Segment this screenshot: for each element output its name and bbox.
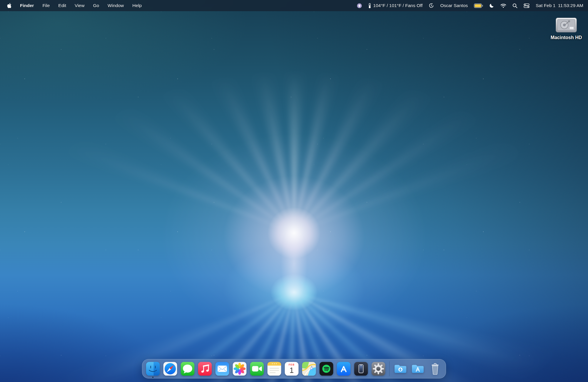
safari-icon (163, 361, 178, 376)
menu-item-go[interactable]: Go (93, 3, 99, 8)
trash-icon (428, 361, 442, 376)
menu-item-finder[interactable]: Finder (20, 3, 34, 8)
menubar-clock[interactable]: Sat Feb 1 11:53:29 AM (536, 3, 583, 8)
running-indicator-dot (152, 377, 153, 378)
menu-bar: Finder File Edit View Go Window Help (0, 0, 588, 11)
downloads-folder-icon (393, 361, 408, 376)
fan-status-text: 104°F / 101°F / Fans Off (373, 3, 422, 8)
notes-icon (267, 361, 282, 376)
moon-glyph (489, 3, 494, 8)
dock-trash[interactable] (428, 361, 442, 376)
apple-logo-icon (7, 3, 11, 8)
menu-item-file[interactable]: File (42, 3, 50, 8)
hard-drive-icon (555, 16, 578, 34)
dock-music[interactable] (198, 361, 212, 376)
iphone-mirroring-icon (354, 361, 368, 376)
control-center-glyph (524, 4, 529, 8)
dock-messages[interactable] (180, 361, 195, 376)
desktop-icon-macintosh-hd[interactable]: Macintosh HD (548, 16, 584, 40)
wifi-icon[interactable] (500, 4, 506, 8)
calendar-icon: FEB 1 (284, 361, 299, 376)
dock-app-store[interactable] (336, 361, 351, 376)
menu-bar-left: Finder File Edit View Go Window Help (7, 3, 142, 8)
dock-separator (389, 361, 390, 376)
search-glyph (512, 3, 517, 8)
thermometer-icon (368, 3, 371, 9)
apple-menu[interactable] (7, 3, 11, 8)
user-menu[interactable]: Oscar Santos (440, 3, 468, 8)
maps-icon (302, 361, 316, 376)
dock-calendar[interactable]: FEB 1 (284, 361, 299, 376)
dock-finder[interactable] (146, 361, 160, 376)
battery-icon[interactable] (474, 4, 483, 8)
applications-folder-icon (410, 361, 425, 376)
menu-item-edit[interactable]: Edit (58, 3, 66, 8)
spotify-icon (319, 361, 334, 376)
dock-spotify[interactable] (319, 361, 334, 376)
menu-item-window[interactable]: Window (108, 3, 124, 8)
calendar-day-text: 1 (290, 366, 294, 374)
wallpaper-background (0, 0, 588, 382)
focus-moon-icon[interactable] (489, 3, 494, 8)
system-settings-icon (371, 361, 386, 376)
desktop: Finder File Edit View Go Window Help (0, 0, 588, 382)
menu-bar-status-area: 104°F / 101°F / Fans Off Oscar Santos (357, 3, 583, 9)
calendar-month-text: FEB (289, 363, 295, 366)
music-icon (198, 361, 212, 376)
dock-iphone-mirroring[interactable] (354, 361, 368, 376)
photos-icon (232, 361, 247, 376)
history-sync-glyph (429, 3, 434, 8)
wifi-glyph (500, 4, 506, 8)
dock-maps[interactable] (302, 361, 316, 376)
volume-label: Macintosh HD (551, 35, 582, 40)
mail-icon (215, 361, 230, 376)
dock-mail[interactable] (215, 361, 230, 376)
app-store-icon (336, 361, 351, 376)
arrow-up-circle-icon[interactable] (357, 3, 362, 8)
facetime-icon (250, 361, 264, 376)
dock: FEB 1 (142, 359, 446, 378)
control-center-icon[interactable] (524, 4, 529, 8)
fan-control-status[interactable]: 104°F / 101°F / Fans Off (368, 3, 422, 9)
dock-applications-folder[interactable] (410, 361, 425, 376)
messages-icon (180, 361, 195, 376)
dock-downloads-folder[interactable] (393, 361, 408, 376)
battery-glyph (474, 4, 483, 8)
dock-photos[interactable] (232, 361, 247, 376)
dock-facetime[interactable] (250, 361, 264, 376)
wallpaper-star-field-2 (0, 0, 588, 382)
arrow-up-circle-glyph (357, 3, 362, 8)
history-sync-icon[interactable] (429, 3, 434, 8)
menu-item-view[interactable]: View (75, 3, 84, 8)
menu-item-help[interactable]: Help (132, 3, 142, 8)
spotlight-icon[interactable] (512, 3, 517, 8)
dock-system-settings[interactable] (371, 361, 386, 376)
finder-icon (146, 361, 160, 376)
dock-notes[interactable] (267, 361, 282, 376)
dock-safari[interactable] (163, 361, 178, 376)
